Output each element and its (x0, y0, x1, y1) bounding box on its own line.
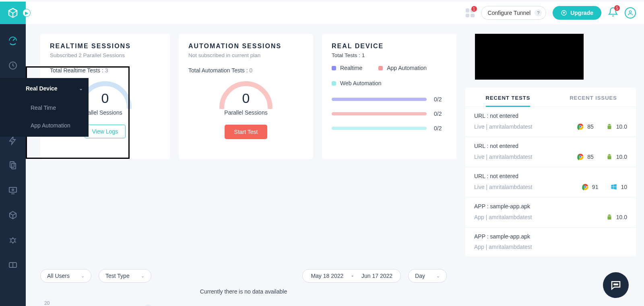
automation-count: 0 (242, 90, 250, 106)
test-row[interactable]: APP : sample-app.apkApp | amritalambdate… (465, 197, 636, 228)
no-data-message: Currently there is no data available (40, 288, 447, 295)
test-row[interactable]: URL : not enteredLive | amritalambdatest… (465, 137, 636, 167)
logo-icon (7, 7, 19, 19)
svg-point-18 (610, 125, 610, 125)
browser-info: 85 (577, 123, 594, 130)
chat-icon (610, 279, 622, 291)
filter-test-type[interactable]: Test Type⌄ (99, 269, 151, 283)
flyout-app-automation[interactable]: App Automation (0, 117, 89, 134)
filter-users[interactable]: All Users⌄ (40, 269, 91, 283)
sidebar (0, 24, 26, 306)
os-info: 10.0 (606, 153, 627, 160)
sidebar-flyout: Real Device ⌄ Real Time App Automation (0, 78, 89, 137)
svg-rect-9 (9, 187, 17, 192)
recent-tests-card: RECENT TESTS RECENT ISSUES URL : not ent… (465, 88, 636, 257)
realdevice-sub: Total Tests : 1 (332, 52, 447, 58)
flyout-title: Real Device (26, 85, 58, 92)
frac-appauto: 0/2 (434, 111, 447, 117)
svg-point-17 (608, 125, 609, 125)
svg-point-16 (580, 126, 582, 128)
svg-point-28 (584, 186, 586, 188)
sidebar-files[interactable] (0, 153, 26, 178)
apps-icon[interactable]: 1 (466, 8, 475, 17)
tab-recent-issues[interactable]: RECENT ISSUES (551, 88, 636, 107)
svg-point-30 (610, 215, 610, 216)
usage-chart: Currently there is no data available 20 … (40, 288, 447, 306)
test-title: APP : sample-app.apk (474, 233, 627, 240)
svg-point-22 (580, 156, 582, 158)
test-row[interactable]: APP : sample-app.apkApp | amritalambdate… (465, 228, 636, 257)
upgrade-button[interactable]: Upgrade (553, 6, 601, 20)
svg-point-33 (617, 284, 618, 285)
help-icon[interactable]: ? (535, 9, 542, 16)
frac-webauto: 0/2 (434, 125, 447, 131)
apps-badge: 1 (471, 6, 477, 12)
configure-tunnel-label: Configure Tunnel (488, 10, 531, 16)
test-who: Live | amritalambdatest (474, 123, 532, 130)
svg-point-24 (610, 155, 610, 155)
real-device-card: REAL DEVICE Total Tests : 1 Realtime App… (322, 34, 456, 159)
sidebar-monitor[interactable] (0, 178, 26, 203)
chart-bar (145, 304, 151, 306)
sidebar-box[interactable] (0, 203, 26, 228)
test-row[interactable]: URL : not enteredLive | amritalambdatest… (465, 167, 636, 197)
sidebar-dashboard[interactable] (0, 28, 26, 53)
view-logs-button[interactable]: View Logs (85, 125, 126, 138)
filter-granularity[interactable]: Day⌄ (408, 269, 447, 283)
filter-date-range[interactable]: May 18 2022-Jun 17 2022 (302, 269, 401, 283)
filter-row: All Users⌄ Test Type⌄ May 18 2022-Jun 17… (40, 269, 447, 283)
svg-point-1 (629, 11, 631, 13)
test-title: URL : not entered (474, 113, 627, 119)
test-title: URL : not entered (474, 143, 627, 149)
sidebar-clock[interactable] (0, 53, 26, 78)
browser-info: 85 (577, 153, 594, 160)
sidebar-toggle[interactable]: ▶ (23, 9, 31, 17)
svg-point-32 (615, 284, 617, 285)
svg-point-31 (614, 284, 615, 285)
configure-tunnel-button[interactable]: Configure Tunnel ? (481, 6, 547, 20)
test-row[interactable]: URL : not enteredLive | amritalambdatest… (465, 107, 636, 137)
logo[interactable]: ▶ (0, 2, 26, 24)
frac-realtime: 0/2 (434, 96, 447, 103)
test-who: App | amritalambdatest (474, 244, 532, 250)
main-content: REALTIME SESSIONS Subscribed 2 Parallel … (26, 24, 644, 306)
upgrade-icon (561, 10, 567, 16)
start-test-button[interactable]: Start Test (225, 125, 268, 139)
automation-parallel-label: Parallel Sessions (224, 109, 267, 116)
topbar: ▶ 1 Configure Tunnel ? Upgrade 5 (0, 2, 644, 24)
realtime-sub: Subscribed 2 Parallel Sessions (50, 52, 160, 58)
automation-total: Total Automation Tests : 0 (188, 67, 303, 74)
svg-point-10 (12, 189, 14, 191)
realtime-parallel-label: allel Sessions (88, 109, 122, 116)
os-info: 10.0 (606, 123, 627, 130)
test-who: App | amritalambdatest (474, 214, 532, 220)
sidebar-bug[interactable] (0, 228, 26, 253)
realtime-total: Total Realtime Tests : 3 (50, 67, 160, 74)
chevron-down-icon: ⌄ (79, 86, 83, 91)
os-info: 10.0 (606, 214, 627, 221)
notifications-badge: 5 (614, 5, 620, 11)
automation-sub: Not subscribed in current plan (188, 52, 303, 58)
upgrade-label: Upgrade (570, 10, 593, 16)
browser-info: 91 (582, 183, 599, 191)
svg-point-29 (608, 215, 609, 216)
flyout-header[interactable]: Real Device ⌄ (0, 78, 89, 99)
svg-point-11 (11, 238, 15, 242)
realdevice-legend: Realtime App Automation Web Automation (332, 65, 447, 86)
tests-list: URL : not enteredLive | amritalambdatest… (465, 107, 636, 257)
test-who: Live | amritalambdatest (474, 184, 532, 190)
chat-button[interactable] (603, 272, 629, 298)
tab-recent-tests[interactable]: RECENT TESTS (465, 88, 551, 107)
automation-title: AUTOMATION SESSIONS (188, 43, 303, 50)
flyout-realtime[interactable]: Real Time (0, 99, 89, 117)
test-who: Live | amritalambdatest (474, 154, 532, 160)
automation-sessions-card: AUTOMATION SESSIONS Not subscribed in cu… (179, 34, 313, 159)
sidebar-compare[interactable] (0, 253, 26, 277)
svg-point-23 (608, 155, 609, 155)
test-title: URL : not entered (474, 173, 627, 179)
profile-avatar[interactable] (625, 7, 636, 18)
notifications-icon[interactable]: 5 (608, 7, 618, 19)
realtime-count: 0 (101, 90, 109, 106)
realdevice-title: REAL DEVICE (332, 43, 447, 50)
ytick-20: 20 (44, 300, 50, 306)
